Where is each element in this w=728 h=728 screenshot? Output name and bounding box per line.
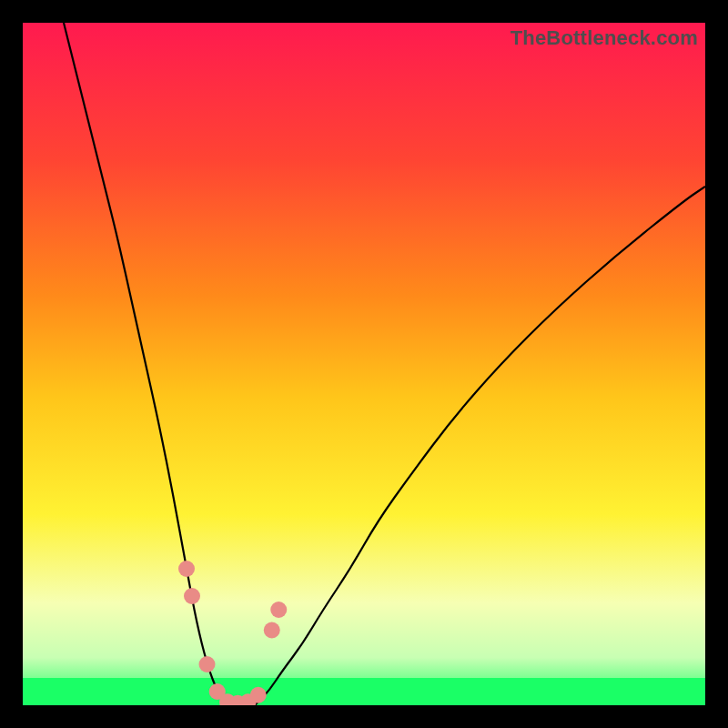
bottleneck-chart [23,23,705,705]
chart-frame: TheBottleneck.com [23,23,705,705]
optimal-band [23,678,705,705]
data-point [184,588,200,604]
data-point [270,602,287,618]
data-point [178,561,195,577]
heatmap-background [23,23,705,705]
data-point [264,622,280,639]
watermark-label: TheBottleneck.com [511,26,698,50]
data-point [250,687,267,703]
data-point [199,656,216,672]
